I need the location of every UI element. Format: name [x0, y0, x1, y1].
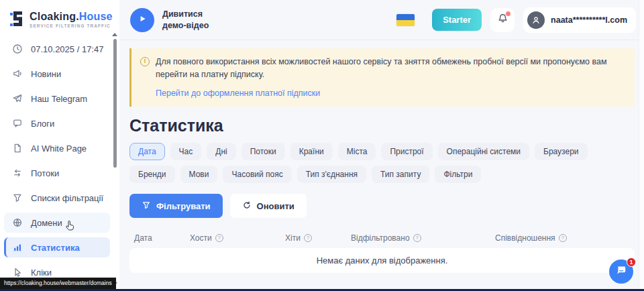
help-icon[interactable]: ?: [215, 234, 223, 242]
sidebar-item-label: Новини: [31, 69, 61, 79]
tab-brands[interactable]: Бренди: [129, 166, 175, 183]
logo-link[interactable]: Cloaking.House SERVICE FILTERING TRAFFIC: [0, 0, 119, 35]
sidebar-scroll-up-arrow[interactable]: [112, 33, 117, 36]
sidebar-item-news[interactable]: Новини: [4, 64, 110, 84]
column-filtered: Відфільтровано ?: [351, 233, 495, 243]
tab-devices[interactable]: Пристрої: [381, 143, 432, 160]
sidebar-item-label: Потоки: [31, 168, 59, 178]
column-hits: Хіти ?: [285, 233, 351, 243]
chat-bubble-icon: [12, 118, 23, 129]
actions-row: Фільтрувати Оновити: [129, 194, 635, 218]
user-email: naata**********l.com: [551, 15, 627, 25]
column-ratio: Співвідношення ?: [495, 233, 567, 243]
sidebar-nav: 07.10.2025 / 17:47 Новини Наш Telegram Б…: [0, 39, 119, 282]
logo-title: Cloaking.House: [30, 11, 113, 22]
megaphone-icon: [12, 68, 23, 79]
warning-icon: !: [140, 57, 150, 66]
link-preview-tooltip: https://cloaking.house/webmaster/domains: [0, 278, 116, 289]
empty-table-message: Немає даних для відображення.: [129, 248, 635, 273]
sidebar-item-label: Блоги: [31, 119, 54, 129]
plan-starter-button[interactable]: Starter: [432, 9, 482, 31]
sidebar: Cloaking.House SERVICE FILTERING TRAFFIC…: [0, 0, 119, 291]
logo-icon: [9, 10, 24, 30]
sidebar-item-statistics[interactable]: Статистика: [4, 237, 110, 257]
sidebar-item-label: Статистика: [31, 243, 80, 253]
sidebar-item-label: Кліки: [31, 268, 52, 278]
funnel-icon: [12, 192, 23, 203]
sidebar-item-domains[interactable]: Домени: [4, 213, 110, 233]
globe-icon: [12, 217, 23, 228]
sidebar-item-label: Списки фільтрації: [31, 193, 103, 203]
tab-time[interactable]: Час: [170, 143, 202, 160]
refresh-button[interactable]: Оновити: [230, 194, 307, 218]
column-hosts: Хости ?: [190, 233, 285, 243]
clock-icon: [12, 44, 23, 54]
help-icon[interactable]: ?: [304, 234, 312, 242]
cursor-icon: [12, 267, 23, 278]
subscribe-link[interactable]: Перейти до оформлення платної підписки: [156, 87, 320, 100]
tab-date[interactable]: Дата: [129, 143, 165, 160]
tab-flows[interactable]: Потоки: [241, 143, 285, 160]
tab-cities[interactable]: Міста: [338, 143, 376, 160]
sidebar-item-telegram[interactable]: Наш Telegram: [4, 89, 110, 109]
refresh-icon: [242, 200, 252, 212]
main-scrollbar-track[interactable]: [639, 0, 644, 289]
trial-warning-banner: ! Для повного використання всіх можливос…: [129, 48, 635, 107]
help-icon[interactable]: ?: [559, 234, 567, 242]
banner-text: Для повного використання всіх можливосте…: [156, 56, 624, 81]
sidebar-item-blogs[interactable]: Блоги: [4, 113, 110, 133]
content: ! Для повного використання всіх можливос…: [119, 40, 644, 273]
page-title: Статистика: [129, 116, 635, 135]
sidebar-item-label: Наш Telegram: [31, 94, 87, 104]
tab-days[interactable]: Дні: [207, 143, 235, 160]
logo-tagline: SERVICE FILTERING TRAFFIC: [30, 24, 113, 28]
topbar: Дивитися демо-відео Starter naata*******…: [119, 0, 644, 40]
sidebar-scrollbar-thumb[interactable]: [113, 39, 117, 168]
chat-bubble-icon: [614, 264, 628, 280]
flows-arrows-icon: [12, 168, 23, 178]
tab-connection-type[interactable]: Тип з'єднання: [297, 166, 366, 183]
demo-video-play-button[interactable]: [130, 8, 154, 32]
language-flag-ukraine[interactable]: [396, 14, 415, 26]
tab-browsers[interactable]: Браузери: [535, 143, 588, 160]
funnel-icon: [142, 200, 151, 212]
stats-table-header: Дата Хости ? Хіти ? Відфільтровано ? Спі…: [129, 229, 635, 248]
sidebar-datetime: 07.10.2025 / 17:47: [4, 39, 110, 59]
sidebar-item-ai-white-page[interactable]: AI White Page: [4, 138, 110, 158]
tab-request-type[interactable]: Тип запиту: [372, 166, 429, 183]
chat-widget-button[interactable]: 1: [609, 259, 633, 284]
sidebar-item-filter-lists[interactable]: Списки фільтрації: [4, 188, 110, 208]
demo-video-label[interactable]: Дивитися демо-відео: [162, 9, 209, 32]
user-account-button[interactable]: naata**********l.com: [523, 7, 636, 33]
document-icon: [12, 143, 23, 154]
help-icon[interactable]: ?: [413, 234, 421, 242]
tab-timezone[interactable]: Часовий пояс: [223, 166, 291, 183]
filter-button[interactable]: Фільтрувати: [129, 194, 223, 218]
tab-languages[interactable]: Мови: [180, 166, 218, 183]
tab-operating-systems[interactable]: Операційні системи: [438, 143, 529, 160]
bar-chart-icon: [12, 242, 23, 253]
chat-unread-badge: 1: [627, 257, 636, 267]
user-avatar: [527, 11, 545, 29]
sidebar-item-flows[interactable]: Потоки: [4, 163, 110, 183]
statistics-tabs: Дата Час Дні Потоки Країни Міста Пристро…: [129, 143, 627, 183]
tab-filters[interactable]: Фільтри: [435, 166, 481, 183]
notifications-button[interactable]: [490, 8, 515, 32]
tab-countries[interactable]: Країни: [290, 143, 333, 160]
sidebar-item-label: AI White Page: [31, 143, 87, 154]
sidebar-datetime-label: 07.10.2025 / 17:47: [31, 44, 103, 54]
play-icon: [138, 14, 147, 26]
column-date: Дата: [134, 233, 190, 243]
notification-dot: [506, 11, 511, 16]
main-area: Дивитися демо-відео Starter naata*******…: [119, 0, 644, 291]
sidebar-item-label: Домени: [31, 218, 62, 228]
telegram-icon: [12, 93, 23, 104]
